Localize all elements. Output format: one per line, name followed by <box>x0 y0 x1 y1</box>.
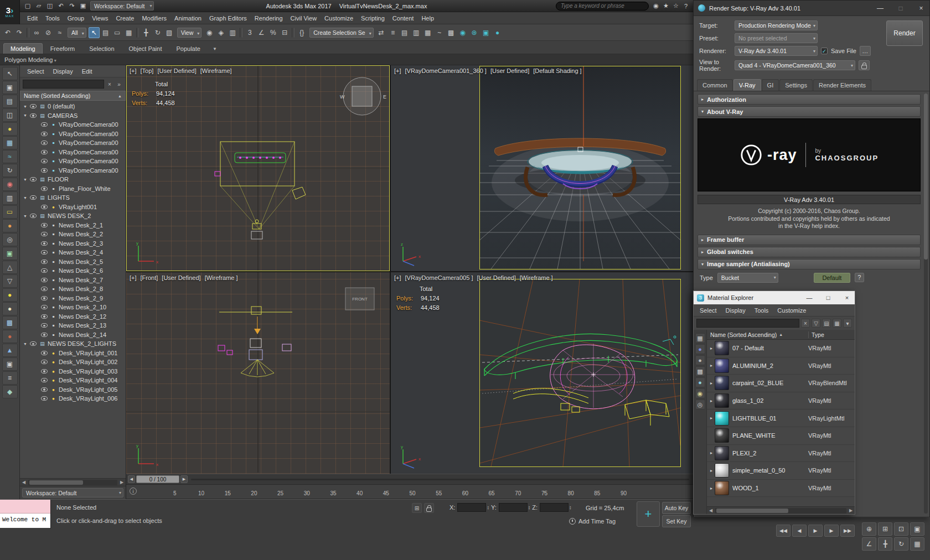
material-thumbnail[interactable] <box>715 463 729 478</box>
visibility-eye-icon[interactable] <box>41 223 48 227</box>
visibility-eye-icon[interactable] <box>41 314 48 319</box>
menu-item[interactable]: Group <box>64 13 89 23</box>
visibility-eye-icon[interactable] <box>41 186 48 191</box>
help-icon[interactable]: ? <box>681 2 691 11</box>
viewport-label-part[interactable]: [Top] <box>141 68 154 74</box>
scene-explorer-hscrollbar[interactable]: ◀ ▶ <box>20 478 126 486</box>
select-and-rotate-icon[interactable]: ↻ <box>152 27 163 38</box>
view-to-render-dropdown[interactable]: Quad 4 - VRayDomeCamera001_360 <box>735 60 855 70</box>
menu-item[interactable]: Animation <box>170 13 205 23</box>
time-slider-thumb[interactable]: 0 / 100 <box>136 475 179 483</box>
visibility-eye-icon[interactable] <box>41 323 48 328</box>
scroll-track[interactable] <box>28 480 117 485</box>
material-explorer-menu-item[interactable]: Tools <box>751 306 773 315</box>
spinner-icon[interactable]: ▴▾ <box>487 505 489 510</box>
menu-item[interactable]: Modifiers <box>138 13 170 23</box>
tree-item[interactable]: News Desk_2_1 <box>20 221 126 230</box>
visibility-eye-icon[interactable] <box>41 241 48 246</box>
tree-item[interactable]: News Desk_2_8 <box>20 284 126 294</box>
material-explorer-titlebar[interactable]: 3 Material Explorer — □ × <box>694 291 855 304</box>
maxscript-mini-listener[interactable]: Welcome to M <box>0 500 51 528</box>
tree-item[interactable]: VRayDomeCamera00 <box>20 129 126 139</box>
track-bar[interactable]: i 51015202530354045505560657075808590 <box>126 485 693 499</box>
render-setup-tab[interactable]: V-Ray <box>733 79 761 91</box>
polygon-modeling-panel[interactable]: Polygon Modeling <box>4 56 56 63</box>
menu-item[interactable]: Rendering <box>251 13 287 23</box>
toolbar-item[interactable] <box>240 28 242 38</box>
field-of-view-icon[interactable]: ∠ <box>862 537 876 551</box>
target-dropdown[interactable]: Production Rendering Mode <box>735 20 818 30</box>
left-toolbar-icon[interactable]: ↻ <box>2 164 18 177</box>
left-toolbar-icon[interactable]: ≈ <box>2 150 18 163</box>
viewport-label-part[interactable]: [User Defined] <box>157 68 196 74</box>
toggle-ribbon-icon[interactable]: ▦ <box>422 27 433 38</box>
visibility-eye-icon[interactable] <box>41 396 48 401</box>
visibility-eye-icon[interactable] <box>41 296 48 300</box>
expander-icon[interactable]: ▸ <box>708 363 715 368</box>
set-key-button[interactable]: Set Key <box>662 515 691 527</box>
community-icon[interactable]: ★ <box>661 2 671 11</box>
tree-item[interactable]: VRayDomeCamera00 <box>20 148 126 157</box>
visibility-eye-icon[interactable] <box>30 113 37 118</box>
tree-item[interactable]: News Desk_2_7 <box>20 276 126 285</box>
x-coordinate-input[interactable] <box>457 503 486 512</box>
show-submaterials-icon[interactable]: ● <box>695 377 705 387</box>
render-setup-tab[interactable]: Render Elements <box>813 79 871 91</box>
tree-item[interactable]: VRayDomeCamera00 <box>20 120 126 129</box>
edit-named-selection-sets-icon[interactable]: {} <box>296 27 307 38</box>
visibility-eye-icon[interactable] <box>41 287 48 291</box>
selection-filter-dropdown[interactable]: All <box>68 28 86 38</box>
scroll-thumb[interactable] <box>29 480 83 485</box>
isolate-selection-icon[interactable]: ⊞ <box>412 503 422 513</box>
time-slider[interactable]: ◀ 0 / 100 ▶ <box>126 474 693 485</box>
sign-in-icon[interactable]: ◉ <box>651 2 661 11</box>
toolbar-item[interactable] <box>292 28 294 38</box>
left-toolbar-icon[interactable]: ▥ <box>2 191 18 205</box>
tree-item[interactable]: News Desk_2_3 <box>20 239 126 248</box>
material-row[interactable]: ▸ LIGHTBLUE_01 VRayLightMtl <box>707 409 855 427</box>
viewport-front[interactable]: [+][Front][User Defined][Wireframe ] <box>126 272 390 474</box>
expander-icon[interactable]: ▸ <box>708 468 715 473</box>
listener-script-row[interactable]: Welcome to M <box>0 514 50 528</box>
percent-snap-icon[interactable]: % <box>267 27 278 38</box>
camera005-wireframe-canvas[interactable] <box>480 279 680 466</box>
render-setup-tab[interactable]: Settings <box>779 79 813 91</box>
left-toolbar-icon[interactable]: △ <box>2 261 18 274</box>
left-toolbar-icon[interactable]: ◆ <box>2 385 18 398</box>
list-view-icon[interactable]: ▤ <box>822 319 831 328</box>
time-slider-track[interactable] <box>191 479 689 480</box>
tree-item[interactable]: Desk_VRayLight_001 <box>20 349 126 358</box>
viewport-label-part[interactable]: [+] <box>394 274 401 281</box>
scroll-track[interactable] <box>715 508 846 514</box>
left-toolbar-icon[interactable]: ▽ <box>2 274 18 288</box>
ribbon-tab[interactable]: Object Paint <box>122 44 169 54</box>
tree-item[interactable]: 0 (default) <box>20 102 126 111</box>
reference-coordinate-dropdown[interactable]: View <box>177 28 202 38</box>
tree-item[interactable]: VRayDomeCamera00 <box>20 138 126 148</box>
render-setup-icon[interactable]: ⊛ <box>469 27 480 38</box>
left-toolbar-icon[interactable]: ● <box>2 219 18 232</box>
help-button[interactable]: ? <box>855 273 864 282</box>
left-toolbar-icon[interactable]: ▲ <box>2 344 18 357</box>
left-toolbar-icon[interactable]: ● <box>2 330 18 343</box>
menu-item[interactable]: Edit <box>23 13 42 23</box>
spinner-snap-icon[interactable]: ⊟ <box>279 27 290 38</box>
maximize-button[interactable]: □ <box>820 291 836 304</box>
show-unused-icon[interactable]: ▩ <box>695 366 705 376</box>
material-explorer-menu-item[interactable]: Display <box>722 306 750 315</box>
rollout-frame-buffer[interactable]: ▸ Frame buffer <box>698 235 921 245</box>
rollout-global-switches[interactable]: ▸ Global switches <box>698 247 921 257</box>
select-object-icon[interactable]: ↖ <box>89 27 100 38</box>
next-frame-button[interactable]: ▶ <box>824 525 839 537</box>
left-toolbar-icon[interactable]: ● <box>2 302 18 315</box>
close-button[interactable]: × <box>913 1 929 16</box>
save-file-icon[interactable]: ◫ <box>44 1 55 11</box>
workspace-selector-dropdown[interactable]: Workspace: Default <box>22 488 123 497</box>
previous-frame-icon[interactable]: ◀ <box>128 475 135 483</box>
redo-icon[interactable]: ↷ <box>66 1 78 11</box>
close-button[interactable]: × <box>839 291 855 304</box>
visibility-eye-icon[interactable] <box>41 122 48 127</box>
rectangular-selection-icon[interactable]: ▭ <box>112 27 123 38</box>
visibility-eye-icon[interactable] <box>41 260 48 264</box>
select-and-manipulate-icon[interactable]: ◈ <box>215 27 226 38</box>
